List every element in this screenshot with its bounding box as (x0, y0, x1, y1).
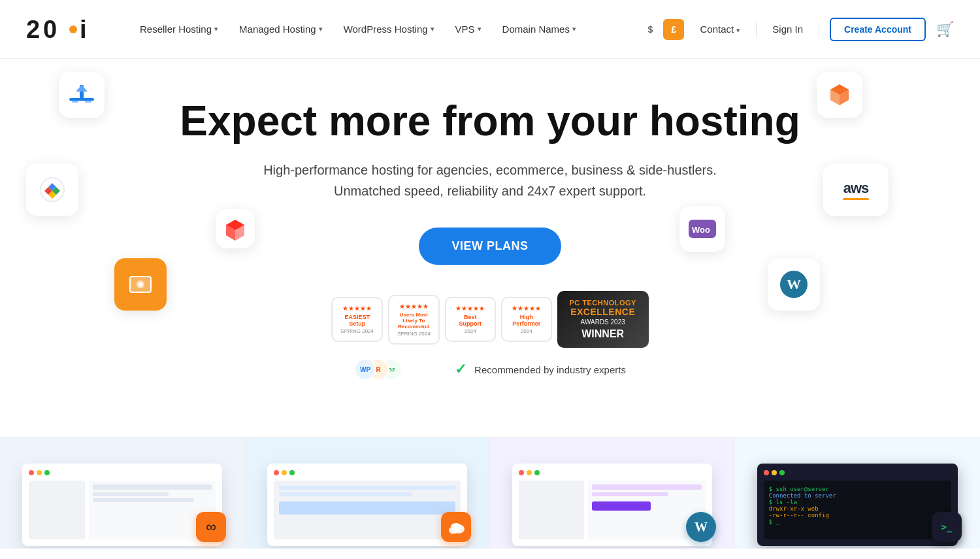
card-vps[interactable]: $ ssh user@server Connected to server $ … (735, 437, 980, 549)
hero-section: aws Woo W Expect more from your hosting … (0, 59, 980, 437)
cart-icon[interactable]: 🛒 (936, 21, 954, 38)
currency-usd-button[interactable]: $ (640, 19, 661, 40)
card-img-wordpress: W (490, 437, 734, 549)
rec-check-icon: ✓ (455, 361, 466, 378)
svg-text:2: 2 (26, 16, 40, 43)
create-account-button[interactable]: Create Account (830, 18, 926, 41)
float-icon-windmill (59, 72, 105, 118)
svg-point-21 (451, 523, 461, 531)
card-img-cloud (245, 437, 489, 549)
float-icon-aws: aws (823, 163, 889, 216)
float-icon-wordpress: W (768, 258, 820, 311)
float-icon-gcp (26, 163, 78, 216)
rec-text: Recommended by industry experts (474, 364, 626, 375)
nav-item-domains[interactable]: Domain Names ▾ (495, 18, 584, 40)
chevron-down-icon: ▾ (736, 26, 740, 34)
nav-item-reseller[interactable]: Reseller Hosting ▾ (132, 18, 226, 40)
svg-text:i: i (80, 16, 87, 43)
svg-rect-8 (85, 101, 91, 103)
svg-rect-7 (72, 101, 78, 103)
float-icon-woo: Woo (679, 206, 725, 252)
nav-divider-2 (819, 22, 819, 37)
badge-best-support: ★★★★★ Best Support 2024 (445, 297, 496, 342)
hero-headline: Expect more from your hosting (26, 98, 954, 144)
card-cloud[interactable] (245, 437, 490, 549)
badge-most-likely: ★★★★★ Users Most Likely To Recommend SPR… (388, 295, 440, 345)
nav-item-wordpress[interactable]: WordPress Hosting ▾ (336, 18, 442, 40)
nav-divider (756, 22, 757, 37)
float-icon-magento (817, 72, 862, 118)
card-wordpress[interactable]: W (490, 437, 735, 549)
badge-pcpro: PC TECHNOLOGY EXCELLENCE AWARDS 2023 WIN… (557, 291, 649, 348)
view-plans-button[interactable]: VIEW PLANS (419, 228, 561, 265)
recommended-row: WP R G2 ✓ Recommended by industry expert… (26, 361, 954, 378)
badge-high-performer: ★★★★★ High Performer 2024 (501, 297, 552, 342)
svg-text:0: 0 (43, 16, 57, 43)
navbar: 2 0 i Reseller Hosting ▾ Managed Hosting… (0, 0, 980, 59)
chevron-down-icon: ▾ (431, 25, 434, 33)
svg-marker-6 (76, 85, 88, 92)
currency-group: $ £ (640, 19, 684, 40)
contact-link[interactable]: Contact ▾ (694, 24, 745, 35)
svg-text:Woo: Woo (692, 225, 710, 235)
card-overlay-cloud (441, 512, 471, 542)
badge-easiest-setup: ★★★★★ Easiest Setup SPRING 2024 (331, 297, 383, 342)
card-reseller[interactable]: ∞ (0, 437, 245, 549)
nav-left: 2 0 i Reseller Hosting ▾ Managed Hosting… (26, 13, 584, 46)
nav-right: $ £ Contact ▾ Sign In Create Account 🛒 (640, 18, 954, 41)
bottom-cards: ∞ (0, 437, 980, 549)
svg-text:W: W (787, 276, 801, 292)
hero-subtext: High-performance hosting for agencies, e… (26, 160, 954, 201)
chevron-down-icon: ▾ (214, 25, 218, 33)
card-img-vps: $ ssh user@server Connected to server $ … (735, 437, 980, 549)
float-icon-photo (114, 258, 167, 311)
svg-point-2 (69, 25, 77, 33)
float-icon-laravel (216, 209, 255, 248)
card-overlay-vps: >_ (932, 512, 962, 542)
sign-in-link[interactable]: Sign In (767, 24, 808, 35)
card-img-reseller: ∞ (0, 437, 244, 549)
svg-point-13 (139, 282, 142, 286)
nav-item-managed[interactable]: Managed Hosting ▾ (231, 18, 331, 40)
chevron-down-icon: ▾ (572, 25, 576, 33)
nav-item-vps[interactable]: VPS ▾ (448, 18, 489, 40)
nav-links: Reseller Hosting ▾ Managed Hosting ▾ Wor… (132, 18, 584, 40)
chevron-down-icon: ▾ (478, 25, 482, 33)
chevron-down-icon: ▾ (319, 25, 323, 33)
logo[interactable]: 2 0 i (26, 13, 111, 46)
currency-gbp-button[interactable]: £ (663, 19, 684, 40)
card-overlay-reseller: ∞ (196, 512, 226, 542)
